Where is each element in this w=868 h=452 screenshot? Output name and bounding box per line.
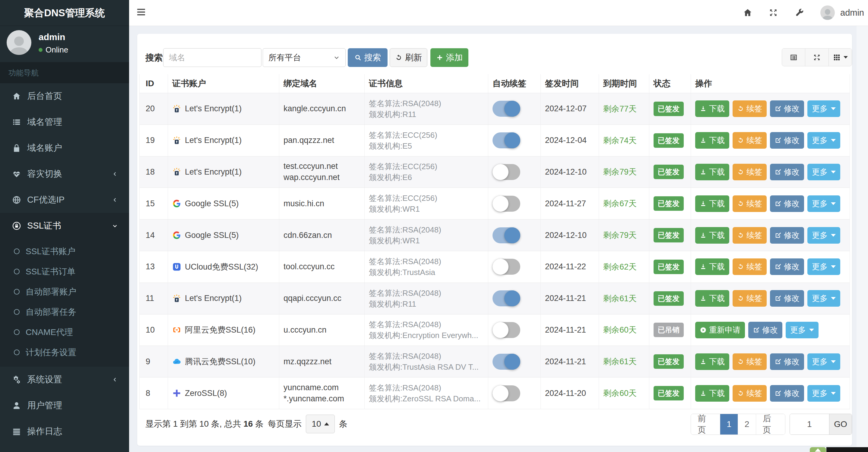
auto-renew-toggle[interactable] bbox=[493, 196, 520, 212]
download-button[interactable]: 下载 bbox=[695, 164, 729, 180]
edit-button[interactable]: 修改 bbox=[770, 132, 804, 149]
auto-renew-toggle[interactable] bbox=[493, 101, 520, 117]
renew-button[interactable]: 续签 bbox=[733, 132, 767, 149]
auto-renew-toggle[interactable] bbox=[493, 290, 520, 306]
download-button[interactable]: 下载 bbox=[695, 227, 729, 244]
reapply-button[interactable]: 重新申请 bbox=[695, 322, 745, 338]
fullscreen-view-button[interactable] bbox=[805, 49, 829, 66]
sidebar-item-6[interactable]: 系统设置 bbox=[0, 367, 129, 393]
status-badge: 已签发 bbox=[654, 291, 684, 306]
more-button[interactable]: 更多 bbox=[807, 353, 840, 370]
sidebar-subitem-0[interactable]: SSL证书账户 bbox=[0, 241, 129, 261]
sidebar-item-8[interactable]: 操作日志 bbox=[0, 419, 129, 445]
download-button[interactable]: 下载 bbox=[695, 195, 729, 212]
sidebar-subitem-2[interactable]: 自动部署账户 bbox=[0, 282, 129, 302]
renew-button[interactable]: 续签 bbox=[733, 353, 767, 370]
more-button[interactable]: 更多 bbox=[807, 132, 840, 149]
renew-button[interactable]: 续签 bbox=[733, 100, 767, 117]
more-button[interactable]: 更多 bbox=[807, 100, 840, 117]
page-go-button[interactable]: GO bbox=[829, 414, 852, 434]
edit-button[interactable]: 修改 bbox=[748, 322, 782, 338]
more-button[interactable]: 更多 bbox=[807, 195, 840, 212]
more-button[interactable]: 更多 bbox=[807, 258, 840, 275]
sidebar-item-3[interactable]: 容灾切换 bbox=[0, 161, 129, 187]
status-badge: 已签发 bbox=[654, 386, 684, 400]
sidebar-subitem-3[interactable]: 自动部署任务 bbox=[0, 302, 129, 322]
renew-button[interactable]: 续签 bbox=[733, 164, 767, 180]
auto-renew-toggle[interactable] bbox=[493, 164, 520, 180]
edit-button[interactable]: 修改 bbox=[770, 353, 804, 370]
more-button[interactable]: 更多 bbox=[807, 227, 840, 244]
download-button[interactable]: 下载 bbox=[695, 258, 729, 275]
edit-button[interactable]: 修改 bbox=[770, 258, 804, 275]
edit-button[interactable]: 修改 bbox=[770, 290, 804, 306]
sidebar-item-5[interactable]: SSL证书 bbox=[0, 213, 129, 239]
search-button[interactable]: 搜索 bbox=[348, 48, 388, 67]
edit-icon bbox=[753, 327, 760, 333]
page-button-2[interactable]: 2 bbox=[738, 414, 756, 434]
cell-status: 已签发 bbox=[649, 283, 691, 314]
grid-view-button[interactable] bbox=[829, 49, 852, 66]
topbar-avatar[interactable] bbox=[820, 5, 835, 20]
download-button[interactable]: 下载 bbox=[695, 100, 729, 117]
topbar-username[interactable]: admin bbox=[840, 8, 864, 18]
renew-button[interactable]: 续签 bbox=[733, 227, 767, 244]
sidebar-subitem-4[interactable]: CNAME代理 bbox=[0, 322, 129, 342]
edit-button[interactable]: 修改 bbox=[770, 385, 804, 401]
refresh-button[interactable]: 刷新 bbox=[390, 48, 427, 67]
sidebar-toggle-button[interactable] bbox=[137, 9, 145, 17]
edit-button[interactable]: 修改 bbox=[770, 164, 804, 180]
edit-button[interactable]: 修改 bbox=[770, 100, 804, 117]
next-page-button[interactable]: 后页 bbox=[756, 414, 785, 434]
circle-icon bbox=[14, 249, 20, 254]
page-button-1[interactable]: 1 bbox=[720, 414, 738, 434]
search-input[interactable] bbox=[163, 48, 261, 67]
prev-page-button[interactable]: 前页 bbox=[691, 414, 720, 434]
renew-button[interactable]: 续签 bbox=[733, 195, 767, 212]
more-button[interactable]: 更多 bbox=[807, 385, 840, 401]
sidebar-item-0[interactable]: 后台首页 bbox=[0, 83, 129, 109]
columns-view-button[interactable] bbox=[782, 49, 805, 66]
sidebar-item-2[interactable]: 域名账户 bbox=[0, 135, 129, 161]
auto-renew-toggle[interactable] bbox=[493, 322, 520, 338]
fullscreen-icon[interactable] bbox=[769, 8, 778, 18]
more-button[interactable]: 更多 bbox=[786, 322, 818, 338]
download-button[interactable]: 下载 bbox=[695, 290, 729, 306]
download-button[interactable]: 下载 bbox=[695, 132, 729, 149]
auto-renew-toggle[interactable] bbox=[493, 385, 520, 401]
platform-select[interactable]: 所有平台 bbox=[263, 48, 346, 67]
back-to-top-button[interactable] bbox=[810, 447, 826, 452]
sidebar-item-4[interactable]: CF优选IP bbox=[0, 187, 129, 213]
sidebar-subitem-1[interactable]: SSL证书订单 bbox=[0, 261, 129, 282]
renew-button[interactable]: 续签 bbox=[733, 290, 767, 306]
letsencrypt-icon bbox=[172, 136, 181, 145]
auto-renew-toggle[interactable] bbox=[493, 227, 520, 243]
platform-select-value: 所有平台 bbox=[269, 52, 301, 63]
table-row: 11Let's Encrypt(1)qqapi.cccyun.cc签名算法:RS… bbox=[140, 283, 850, 314]
renew-button[interactable]: 续签 bbox=[733, 258, 767, 275]
page-jump-input[interactable] bbox=[790, 414, 829, 434]
sidebar-item-1[interactable]: 域名管理 bbox=[0, 109, 129, 135]
auto-renew-toggle[interactable] bbox=[493, 259, 520, 275]
wrench-icon[interactable] bbox=[795, 8, 804, 18]
renew-button[interactable]: 续签 bbox=[733, 385, 767, 401]
home-icon[interactable] bbox=[743, 8, 752, 18]
sidebar-subitem-5[interactable]: 计划任务设置 bbox=[0, 342, 129, 362]
cell-expires: 剩余77天 bbox=[599, 93, 649, 125]
edit-button[interactable]: 修改 bbox=[770, 195, 804, 212]
cell-issued: 2024-11-21 bbox=[541, 346, 599, 377]
cell-id: 14 bbox=[140, 220, 168, 251]
home-icon bbox=[12, 92, 21, 101]
more-button[interactable]: 更多 bbox=[807, 290, 840, 306]
download-icon bbox=[700, 105, 707, 112]
download-button[interactable]: 下载 bbox=[695, 385, 729, 401]
edit-button[interactable]: 修改 bbox=[770, 227, 804, 244]
auto-renew-toggle[interactable] bbox=[493, 354, 520, 370]
scrollbar-track[interactable] bbox=[857, 26, 868, 452]
more-button[interactable]: 更多 bbox=[807, 164, 840, 180]
add-button[interactable]: 添加 bbox=[430, 48, 468, 67]
auto-renew-toggle[interactable] bbox=[493, 132, 520, 148]
sidebar-item-7[interactable]: 用户管理 bbox=[0, 393, 129, 419]
per-page-select[interactable]: 10 bbox=[306, 415, 335, 433]
download-button[interactable]: 下载 bbox=[695, 353, 729, 370]
